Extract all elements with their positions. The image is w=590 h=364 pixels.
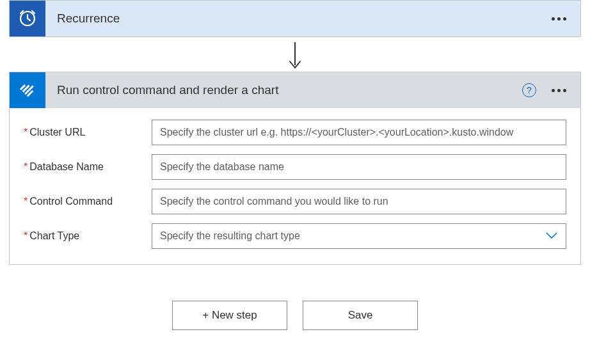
chart-icon [10,72,45,108]
label-database-name: *Database Name [24,161,152,173]
save-button[interactable]: Save [303,301,418,330]
step-recurrence-header[interactable]: Recurrence [10,1,580,36]
step-recurrence-title: Recurrence [45,12,549,26]
chart-type-select[interactable]: Specify the resulting chart type [152,223,566,249]
bottom-buttons: + New step Save [0,265,590,330]
label-chart-type: *Chart Type [24,230,152,242]
arrow-connector [0,37,590,72]
control-command-input[interactable] [152,189,566,214]
row-database-name: *Database Name [24,154,566,180]
step-control-command-actions: ? [522,83,580,97]
step-recurrence: Recurrence [9,0,581,37]
row-chart-type: *Chart Type Specify the resulting chart … [24,223,566,249]
new-step-button[interactable]: + New step [172,301,287,330]
more-icon[interactable] [549,15,569,23]
clock-icon [10,1,45,36]
step-control-command-header[interactable]: Run control command and render a chart ? [10,72,580,108]
step-control-command: Run control command and render a chart ?… [9,72,581,265]
form-body: *Cluster URL *Database Name *Control Com… [10,108,580,264]
cluster-url-input[interactable] [152,120,566,145]
chevron-down-icon [545,230,558,242]
database-name-input[interactable] [152,154,566,180]
help-icon[interactable]: ? [522,83,536,97]
label-cluster-url: *Cluster URL [24,127,152,138]
row-cluster-url: *Cluster URL [24,120,566,145]
more-icon[interactable] [549,86,569,95]
step-recurrence-actions [549,15,580,23]
chart-type-placeholder: Specify the resulting chart type [160,230,300,242]
label-control-command: *Control Command [24,196,152,207]
row-control-command: *Control Command [24,189,566,214]
step-control-command-title: Run control command and render a chart [45,83,522,97]
